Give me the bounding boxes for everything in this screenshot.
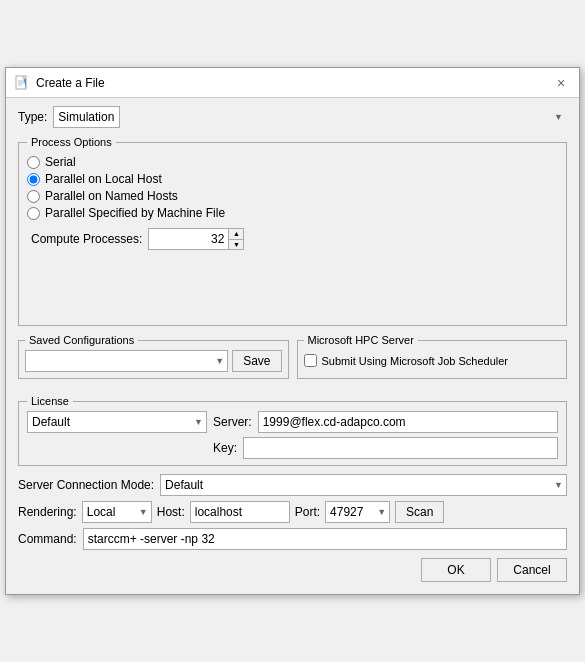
command-label: Command: (18, 532, 77, 546)
port-label: Port: (295, 505, 320, 519)
license-select[interactable]: Default (27, 411, 207, 433)
license-legend: License (27, 395, 73, 407)
license-inner: Default Server: Key: (27, 411, 558, 459)
license-select-wrapper: Default (27, 411, 207, 433)
saved-config-select[interactable] (25, 350, 228, 372)
title-bar: Create a File × (6, 68, 579, 98)
host-input[interactable] (190, 501, 290, 523)
dialog-icon (14, 75, 30, 91)
create-file-dialog: Create a File × Type: Simulation Process… (5, 67, 580, 595)
parallel-machine-radio-row: Parallel Specified by Machine File (27, 206, 558, 220)
parallel-local-radio-row: Parallel on Local Host (27, 172, 558, 186)
ms-hpc-fieldset: Microsoft HPC Server Submit Using Micros… (297, 334, 568, 379)
key-row: Key: (213, 437, 558, 459)
serial-radio-row: Serial (27, 155, 558, 169)
compute-spinbox: ▲ ▼ (148, 228, 244, 250)
parallel-machine-radio[interactable] (27, 207, 40, 220)
saved-config-fieldset: Saved Configurations Save (18, 334, 289, 379)
process-options-fieldset: Process Options Serial Parallel on Local… (18, 136, 567, 326)
ok-button[interactable]: OK (421, 558, 491, 582)
parallel-named-radio[interactable] (27, 190, 40, 203)
serial-radio[interactable] (27, 156, 40, 169)
ms-hpc-legend: Microsoft HPC Server (304, 334, 418, 346)
server-label: Server: (213, 415, 252, 429)
spinbox-buttons: ▲ ▼ (228, 228, 244, 250)
server-conn-row: Server Connection Mode: Default (18, 474, 567, 496)
serial-label: Serial (45, 155, 76, 169)
server-conn-select-wrapper: Default (160, 474, 567, 496)
server-conn-select[interactable]: Default (160, 474, 567, 496)
dialog-title: Create a File (36, 76, 105, 90)
port-select[interactable]: 47927 (325, 501, 390, 523)
ms-hpc-label: Submit Using Microsoft Job Scheduler (322, 355, 508, 367)
server-row: Server: (213, 411, 558, 433)
rendering-row: Rendering: Local Host: Port: 47927 Scan (18, 501, 567, 523)
server-input[interactable] (258, 411, 558, 433)
spin-down-button[interactable]: ▼ (229, 240, 243, 250)
dialog-body: Type: Simulation Process Options Serial … (6, 98, 579, 594)
license-fieldset: License Default Server: Key: (18, 395, 567, 466)
saved-config-select-wrapper (25, 350, 228, 372)
license-section: License Default Server: Key: (18, 395, 567, 466)
compute-row: Compute Processes: ▲ ▼ (31, 228, 558, 250)
host-label: Host: (157, 505, 185, 519)
key-input[interactable] (243, 437, 558, 459)
type-select[interactable]: Simulation (53, 106, 120, 128)
parallel-machine-label: Parallel Specified by Machine File (45, 206, 225, 220)
rendering-label: Rendering: (18, 505, 77, 519)
buttons-row: OK Cancel (18, 558, 567, 584)
scan-button[interactable]: Scan (395, 501, 444, 523)
parallel-named-radio-row: Parallel on Named Hosts (27, 189, 558, 203)
type-select-wrapper: Simulation (53, 106, 567, 128)
server-conn-label: Server Connection Mode: (18, 478, 154, 492)
type-row: Type: Simulation (18, 106, 567, 128)
command-input[interactable] (83, 528, 567, 550)
ms-hpc-checkbox[interactable] (304, 354, 317, 367)
close-button[interactable]: × (551, 73, 571, 93)
cancel-button[interactable]: Cancel (497, 558, 567, 582)
parallel-named-label: Parallel on Named Hosts (45, 189, 178, 203)
save-config-button[interactable]: Save (232, 350, 281, 372)
saved-config-legend: Saved Configurations (25, 334, 138, 346)
bottom-section: Saved Configurations Save Microsoft HPC … (18, 334, 567, 387)
type-label: Type: (18, 110, 47, 124)
command-row: Command: (18, 528, 567, 550)
parallel-local-label: Parallel on Local Host (45, 172, 162, 186)
rendering-select[interactable]: Local (82, 501, 152, 523)
compute-label: Compute Processes: (31, 232, 142, 246)
parallel-local-radio[interactable] (27, 173, 40, 186)
compute-input[interactable] (148, 228, 228, 250)
license-server-key: Server: Key: (213, 411, 558, 459)
ms-hpc-checkbox-row: Submit Using Microsoft Job Scheduler (304, 354, 561, 367)
process-options-legend: Process Options (27, 136, 116, 148)
rendering-select-wrapper: Local (82, 501, 152, 523)
key-label: Key: (213, 441, 237, 455)
port-select-wrapper: 47927 (325, 501, 390, 523)
spin-up-button[interactable]: ▲ (229, 229, 243, 240)
saved-config-row: Save (25, 350, 282, 372)
